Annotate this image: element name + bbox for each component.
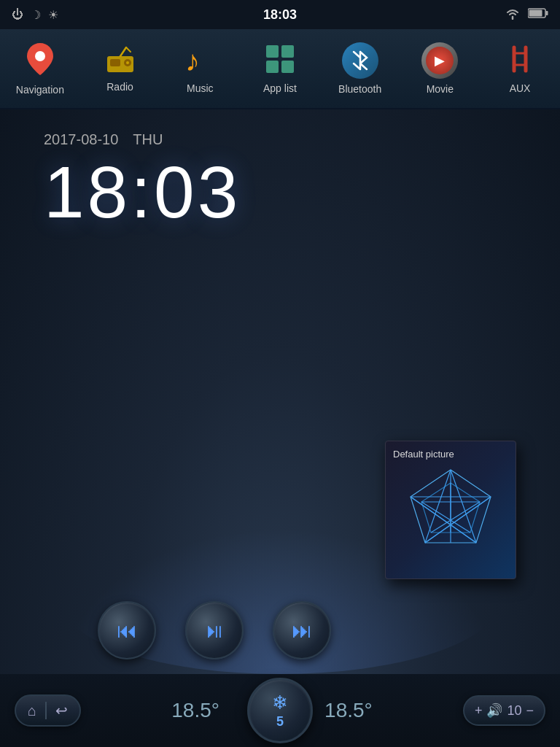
volume-icon: 🔊 xyxy=(486,703,502,719)
play-pause-button[interactable]: ⏯ xyxy=(185,601,244,659)
datetime-area: 2017-08-10 THU 18:03 xyxy=(44,131,241,228)
nav-movie-label: Movie xyxy=(427,83,454,95)
moon-icon: ☽ xyxy=(31,8,41,22)
date-display: 2017-08-10 xyxy=(44,131,118,148)
divider xyxy=(45,702,47,719)
prev-button[interactable]: ⏮ xyxy=(98,601,156,659)
svg-line-27 xyxy=(411,497,476,543)
temp-left: 18.5° xyxy=(171,699,219,722)
fan-icon: ❄ xyxy=(272,692,288,714)
nav-applist-label: App list xyxy=(263,82,297,94)
nav-radio-label: Radio xyxy=(106,81,133,93)
album-box: Default picture xyxy=(385,441,516,579)
svg-line-26 xyxy=(425,497,491,543)
next-button[interactable]: ⏭ xyxy=(273,601,331,659)
home-icon: ⌂ xyxy=(28,703,36,719)
volume-control[interactable]: + 🔊 10 − xyxy=(463,695,545,726)
day-display: THU xyxy=(133,131,163,148)
aux-icon xyxy=(504,43,536,78)
album-art: Default picture xyxy=(385,441,524,587)
nav-navigation-label: Navigation xyxy=(16,84,64,96)
prev-icon: ⏮ xyxy=(117,619,137,643)
nav-navigation[interactable]: Navigation xyxy=(4,29,77,108)
bluetooth-icon xyxy=(342,42,378,79)
brightness-icon: ☀ xyxy=(48,8,58,22)
movie-icon: ▶ xyxy=(421,42,458,79)
battery-icon xyxy=(528,7,548,22)
volume-level: 10 xyxy=(507,703,521,719)
svg-rect-12 xyxy=(281,45,294,58)
temp-right: 18.5° xyxy=(324,699,373,722)
fan-speed: 5 xyxy=(276,714,284,729)
play-pause-icon: ⏯ xyxy=(204,619,225,643)
nav-radio[interactable]: Radio xyxy=(84,29,157,108)
power-icon: ⏻ xyxy=(12,8,23,21)
nav-bar: Navigation Radio ♪ Music xyxy=(0,29,560,109)
svg-rect-11 xyxy=(266,45,279,58)
nav-music[interactable]: ♪ Music xyxy=(163,29,236,108)
applist-icon xyxy=(264,43,296,78)
nav-aux-label: AUX xyxy=(510,82,531,94)
nav-aux[interactable]: AUX xyxy=(483,29,556,108)
svg-point-7 xyxy=(126,61,129,64)
nav-movie[interactable]: ▶ Movie xyxy=(403,29,476,108)
svg-point-3 xyxy=(35,51,45,61)
next-icon: ⏭ xyxy=(292,619,312,643)
player-controls: ⏮ ⏯ ⏭ xyxy=(98,601,331,659)
time-display: 18:03 xyxy=(44,155,241,228)
svg-line-8 xyxy=(120,47,126,56)
radio-icon xyxy=(104,44,136,77)
volume-minus[interactable]: − xyxy=(526,703,534,719)
date-row: 2017-08-10 THU xyxy=(44,131,241,148)
status-right-icons xyxy=(505,7,548,23)
svg-rect-1 xyxy=(529,10,542,17)
fan-button[interactable]: ❄ 5 xyxy=(247,678,313,743)
svg-rect-14 xyxy=(281,61,294,73)
bottom-bar: ⌂ ↩ 18.5° ❄ 5 18.5° + 🔊 10 − xyxy=(0,674,560,747)
home-back-button[interactable]: ⌂ ↩ xyxy=(15,694,81,727)
status-left-icons: ⏻ ☽ ☀ xyxy=(12,8,58,22)
nav-music-label: Music xyxy=(187,82,214,94)
music-icon: ♪ xyxy=(184,43,216,78)
back-icon: ↩ xyxy=(55,702,68,719)
status-time: 18:03 xyxy=(263,7,297,23)
map-pin-icon xyxy=(25,42,55,80)
wifi-icon xyxy=(505,7,521,23)
nav-applist[interactable]: App list xyxy=(244,29,316,108)
volume-plus[interactable]: + xyxy=(475,703,483,719)
nav-bluetooth[interactable]: Bluetooth xyxy=(324,29,397,108)
svg-rect-5 xyxy=(110,59,120,66)
status-bar: ⏻ ☽ ☀ 18:03 xyxy=(0,0,560,29)
album-art-graphic xyxy=(403,462,498,557)
nav-bluetooth-label: Bluetooth xyxy=(338,83,381,95)
svg-text:♪: ♪ xyxy=(185,44,200,75)
svg-line-9 xyxy=(126,47,131,52)
album-title: Default picture xyxy=(393,449,454,460)
svg-rect-2 xyxy=(546,11,548,15)
svg-rect-13 xyxy=(266,61,279,73)
main-content: 2017-08-10 THU 18:03 Default picture xyxy=(0,109,560,674)
